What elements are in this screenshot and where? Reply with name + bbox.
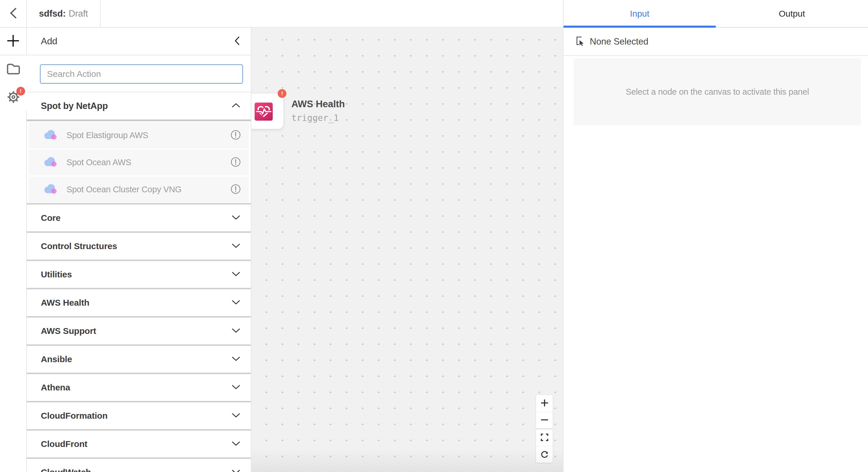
chevron-down-icon xyxy=(231,441,240,447)
info-circle-icon xyxy=(230,184,241,196)
inspector-empty-state: Select a node on the canvas to activate … xyxy=(574,58,861,126)
refresh-icon xyxy=(540,450,549,460)
workflow-canvas[interactable]: ! AWS Health trigger_1 xyxy=(251,28,563,472)
sidebar-search-section xyxy=(27,55,251,92)
action-item-spot-elastigroup-aws[interactable]: Spot Elastigroup AWS xyxy=(29,122,249,148)
selection-status-row: None Selected xyxy=(563,28,868,56)
inspector-tabs: Input Output xyxy=(563,0,868,28)
workflow-name: sdfsd: xyxy=(39,8,66,19)
section-ansible[interactable]: Ansible xyxy=(27,346,251,373)
section-label: Spot by NetApp xyxy=(41,101,108,111)
node-title: AWS Health xyxy=(291,99,345,109)
info-circle-icon xyxy=(230,130,241,141)
fullscreen-icon xyxy=(540,433,549,442)
section-label: Ansible xyxy=(41,354,72,364)
section-label: AWS Health xyxy=(41,298,89,308)
aws-health-heartbeat-icon xyxy=(255,103,273,121)
chevron-left-icon xyxy=(234,36,240,46)
info-circle-icon xyxy=(230,157,241,168)
workflows-folder-button[interactable] xyxy=(0,55,27,83)
collapse-sidebar-button[interactable] xyxy=(234,36,240,46)
cursor-select-icon xyxy=(575,36,585,47)
section-label: Core xyxy=(41,213,61,223)
settings-alert-badge: ! xyxy=(16,87,25,96)
tab-output[interactable]: Output xyxy=(716,0,868,27)
selection-status-label: None Selected xyxy=(590,36,648,47)
section-aws-support[interactable]: AWS Support xyxy=(27,317,251,344)
back-button[interactable] xyxy=(0,0,27,27)
section-cloudfront[interactable]: CloudFront xyxy=(27,431,251,458)
node-id: trigger_1 xyxy=(291,113,339,123)
canvas-bottom-fade xyxy=(251,449,563,472)
workflow-status: Draft xyxy=(68,8,88,19)
settings-button[interactable]: ! xyxy=(0,83,27,111)
inspector-empty-message: Select a node on the canvas to activate … xyxy=(626,87,809,97)
chevron-down-icon xyxy=(231,272,240,278)
zoom-out-button[interactable] xyxy=(536,412,553,428)
chevron-down-icon xyxy=(231,328,240,334)
section-label: CloudWatch xyxy=(41,467,91,472)
search-action-input[interactable] xyxy=(40,64,243,83)
action-item-label: Spot Ocean Cluster Copy VNG xyxy=(66,185,230,194)
section-label: Athena xyxy=(41,382,70,393)
active-tab-underline xyxy=(563,26,716,28)
node-error-badge: ! xyxy=(278,89,286,98)
new-workflow-button[interactable] xyxy=(0,28,26,55)
section-label: AWS Support xyxy=(41,326,96,336)
action-item-spot-ocean-aws[interactable]: Spot Ocean AWS xyxy=(29,149,249,175)
trigger-node-card[interactable] xyxy=(251,93,283,129)
folder-icon xyxy=(6,63,21,76)
zoom-in-button[interactable] xyxy=(536,395,553,412)
workflow-editor: sdfsd:Draft </> Save Workflow xyxy=(0,0,868,472)
chevron-down-icon xyxy=(231,469,240,472)
chevron-down-icon xyxy=(231,384,240,391)
minus-icon xyxy=(540,415,549,425)
sidebar-header: Add xyxy=(27,28,251,55)
section-spot-by-netapp[interactable]: Spot by NetApp xyxy=(27,92,251,120)
section-cloudwatch[interactable]: CloudWatch xyxy=(27,459,251,472)
section-cloudformation[interactable]: CloudFormation xyxy=(27,402,251,429)
plus-icon xyxy=(540,399,549,408)
view-controls xyxy=(536,430,553,463)
sidebar-title: Add xyxy=(41,36,57,46)
section-divider xyxy=(27,120,251,121)
add-action-sidebar: Add Spot by NetApp Spot Elastigroup AWS xyxy=(27,28,251,472)
action-item-label: Spot Elastigroup AWS xyxy=(66,131,230,140)
section-control-structures[interactable]: Control Structures xyxy=(27,233,251,260)
workflow-title: sdfsd:Draft xyxy=(27,0,101,27)
chevron-up-icon xyxy=(231,103,240,109)
chevron-down-icon xyxy=(231,413,240,419)
cloud-icon xyxy=(43,157,58,169)
chevron-down-icon xyxy=(231,356,240,363)
plus-icon xyxy=(6,34,20,48)
action-item-spot-ocean-cluster-copy-vng[interactable]: Spot Ocean Cluster Copy VNG xyxy=(29,176,249,202)
reset-view-button[interactable] xyxy=(536,446,553,463)
section-label: Utilities xyxy=(41,270,72,279)
cloud-icon xyxy=(43,129,58,142)
section-aws-health[interactable]: AWS Health xyxy=(27,289,251,316)
cloud-icon xyxy=(43,183,58,196)
chevron-down-icon xyxy=(231,300,240,306)
tab-input[interactable]: Input xyxy=(563,0,716,27)
section-utilities[interactable]: Utilities xyxy=(27,261,251,288)
left-icon-rail: ! xyxy=(0,28,27,472)
chevron-down-icon xyxy=(231,243,240,249)
chevron-down-icon xyxy=(231,215,240,221)
fit-view-button[interactable] xyxy=(536,430,553,446)
node-inspector-panel: Input Output None Selected Select a node… xyxy=(563,0,868,472)
chevron-left-icon xyxy=(8,6,19,21)
section-athena[interactable]: Athena xyxy=(27,374,251,401)
section-label: CloudFormation xyxy=(41,411,107,421)
section-core[interactable]: Core xyxy=(27,205,251,231)
zoom-controls xyxy=(536,395,553,428)
section-label: Control Structures xyxy=(41,241,117,251)
action-item-label: Spot Ocean AWS xyxy=(66,158,230,167)
section-label: CloudFront xyxy=(41,439,88,449)
